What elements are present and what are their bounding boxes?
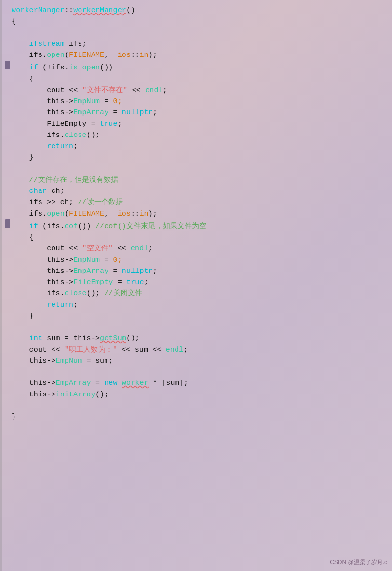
code-line: this->EmpNum = 0; bbox=[0, 255, 392, 266]
token: return bbox=[12, 301, 73, 309]
code-line: { bbox=[0, 232, 392, 243]
code-line: //文件存在，但是没有数据 bbox=[0, 175, 392, 186]
code-line: } bbox=[0, 152, 392, 163]
code-text: { bbox=[12, 74, 388, 85]
token: workerManger bbox=[73, 6, 126, 14]
code-text: char ch; bbox=[12, 186, 388, 197]
code-container: workerManger::workerManger(){ ifstream i… bbox=[0, 0, 392, 571]
code-text: this->EmpNum = sum; bbox=[12, 355, 388, 367]
token: << bbox=[69, 86, 82, 95]
code-text: this->EmpArray = nullptr; bbox=[12, 107, 388, 118]
token: ifs. bbox=[12, 131, 65, 139]
code-text: workerManger::workerManger() bbox=[12, 5, 388, 16]
code-text: } bbox=[12, 311, 388, 322]
code-line: this->initArray(); bbox=[0, 389, 392, 400]
token: ; bbox=[144, 278, 149, 286]
token: this-> bbox=[12, 267, 73, 275]
token: ifs. bbox=[12, 289, 65, 298]
token: FileEmpty = bbox=[12, 120, 100, 128]
code-text: this->initArray(); bbox=[12, 389, 388, 400]
code-line: ifs.close(); bbox=[0, 130, 392, 141]
code-line: return; bbox=[0, 299, 392, 311]
code-line: FileEmpty = true; bbox=[0, 119, 392, 130]
token: } bbox=[12, 153, 34, 162]
token: << bbox=[128, 86, 146, 95]
code-line: this->EmpNum = sum; bbox=[0, 355, 392, 367]
code-text: ifs.close(); //关闭文件 bbox=[12, 288, 388, 299]
token: = bbox=[113, 278, 126, 286]
token: = sum; bbox=[82, 357, 113, 365]
code-text: ifs.close(); bbox=[12, 130, 388, 141]
token: FileEmpty bbox=[73, 278, 113, 286]
token: //读一个数据 bbox=[78, 198, 123, 206]
code-line: this->EmpNum = 0; bbox=[0, 96, 392, 107]
token: endl bbox=[145, 86, 163, 95]
token: = bbox=[108, 267, 122, 275]
token bbox=[118, 379, 122, 387]
token: ()) bbox=[78, 222, 95, 231]
code-text: //文件存在，但是没有数据 bbox=[12, 175, 388, 186]
token: endl bbox=[131, 245, 149, 253]
token: 0; bbox=[113, 256, 122, 264]
token: this-> bbox=[12, 391, 56, 399]
code-line: ifs >> ch; //读一个数据 bbox=[0, 197, 392, 208]
code-line: this->EmpArray = new worker * [sum]; bbox=[0, 378, 392, 389]
code-text: ifs.open(FILENAME, ios::in); bbox=[12, 208, 388, 219]
token: "文件不存在" bbox=[82, 86, 127, 95]
code-text bbox=[12, 367, 388, 378]
token: this-> bbox=[12, 278, 73, 286]
token: char bbox=[12, 187, 51, 195]
token: ( bbox=[65, 210, 69, 218]
code-text: cout << "职工人数为：" << sum << endl; bbox=[12, 344, 388, 355]
token: () bbox=[126, 6, 135, 14]
code-text: cout << "文件不存在" << endl; bbox=[12, 85, 388, 96]
code-text: if (ifs.eof()) //eof()文件末尾，如果文件为空 bbox=[12, 221, 388, 232]
token: (!ifs. bbox=[42, 64, 69, 72]
watermark: CSDN @温柔了岁月.c bbox=[330, 558, 387, 567]
token: 0; bbox=[113, 97, 122, 106]
token: ; bbox=[73, 142, 78, 150]
code-line: this->FileEmpty = true; bbox=[0, 277, 392, 288]
token: :: bbox=[65, 6, 73, 14]
code-line bbox=[0, 163, 392, 175]
token: "职工人数为：" bbox=[65, 346, 117, 354]
token: ios bbox=[118, 51, 131, 59]
code-line: return; bbox=[0, 141, 392, 152]
token: getSum bbox=[100, 334, 126, 342]
code-line: ifs.open(FILENAME, ios::in); bbox=[0, 208, 392, 219]
token: this-> bbox=[12, 109, 73, 117]
token: worker bbox=[122, 379, 149, 387]
code-line: cout << "文件不存在" << endl; bbox=[0, 85, 392, 96]
token: EmpArray bbox=[56, 379, 91, 387]
code-text: ifs.open(FILENAME, ios::in); bbox=[12, 50, 388, 61]
code-line: } bbox=[0, 311, 392, 322]
code-line: this->EmpArray = nullptr; bbox=[0, 107, 392, 118]
token: cout bbox=[12, 346, 51, 354]
token: sum = this-> bbox=[42, 334, 100, 342]
token: workerManger bbox=[12, 6, 65, 14]
token: , bbox=[104, 51, 117, 59]
code-text bbox=[12, 163, 388, 175]
code-line bbox=[0, 27, 392, 39]
code-lines: workerManger::workerManger(){ ifstream i… bbox=[0, 5, 392, 422]
token: << sum << bbox=[117, 346, 166, 354]
code-text: if (!ifs.is_open()) bbox=[12, 62, 388, 73]
code-line: ifs.open(FILENAME, ios::in); bbox=[0, 50, 392, 61]
code-text: this->EmpNum = 0; bbox=[12, 255, 388, 266]
token: EmpNum bbox=[56, 357, 82, 365]
token: (ifs. bbox=[42, 222, 65, 231]
token: //文件存在，但是没有数据 bbox=[12, 176, 119, 184]
token: close bbox=[65, 131, 87, 139]
line-gutter bbox=[4, 219, 12, 228]
token: this-> bbox=[12, 379, 56, 387]
code-line: char ch; bbox=[0, 186, 392, 197]
token: = bbox=[91, 379, 104, 387]
code-line: this->EmpArray = nullptr; bbox=[0, 266, 392, 277]
token: EmpArray bbox=[73, 267, 108, 275]
token: cout bbox=[12, 86, 69, 95]
token: //eof()文件末尾，如果文件为空 bbox=[95, 222, 207, 231]
token: true bbox=[126, 278, 144, 286]
token: open bbox=[47, 210, 65, 218]
token: open bbox=[47, 51, 65, 59]
code-line bbox=[0, 367, 392, 378]
